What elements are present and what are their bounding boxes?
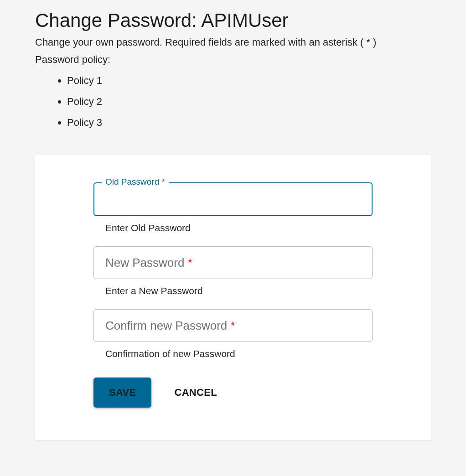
old-password-field-wrap: Old Password * (93, 182, 373, 216)
confirm-password-field-wrap: Confirm new Password * (93, 309, 373, 342)
required-asterisk-icon: * (162, 177, 165, 186)
button-row: SAVE CANCEL (93, 378, 373, 408)
policy-item: Policy 3 (67, 112, 431, 133)
cancel-button[interactable]: CANCEL (174, 381, 217, 404)
change-password-page: Change Password: APIMUser Change your ow… (0, 0, 466, 459)
new-password-input[interactable] (93, 246, 373, 279)
confirm-password-helper: Confirmation of new Password (105, 348, 373, 359)
save-button[interactable]: SAVE (93, 378, 151, 408)
page-title: Change Password: APIMUser (35, 9, 431, 32)
page-subtitle: Change your own password. Required field… (35, 36, 431, 49)
old-password-label: Old Password * (102, 177, 169, 187)
old-password-helper: Enter Old Password (105, 222, 373, 233)
confirm-password-input[interactable] (93, 309, 373, 342)
new-password-helper: Enter a New Password (105, 285, 373, 296)
policy-item: Policy 1 (67, 70, 431, 91)
password-form-card: Old Password * Enter Old Password New Pa… (35, 155, 431, 440)
policy-list: Policy 1 Policy 2 Policy 3 (35, 70, 431, 133)
old-password-label-text: Old Password (105, 177, 159, 186)
policy-heading: Password policy: (35, 54, 431, 66)
new-password-field-wrap: New Password * (93, 246, 373, 279)
policy-item: Policy 2 (67, 91, 431, 112)
old-password-input[interactable] (93, 182, 373, 216)
